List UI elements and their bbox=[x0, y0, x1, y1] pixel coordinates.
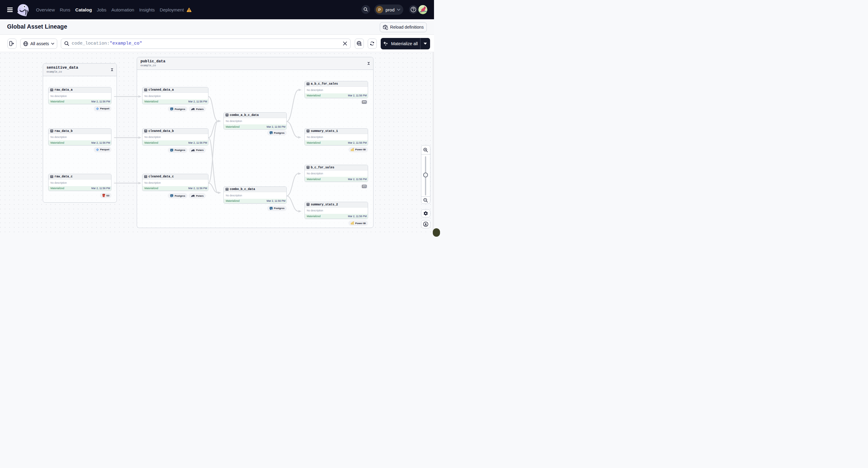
svg-text:csv: csv bbox=[363, 185, 366, 187]
svg-text:csv: csv bbox=[363, 101, 366, 103]
